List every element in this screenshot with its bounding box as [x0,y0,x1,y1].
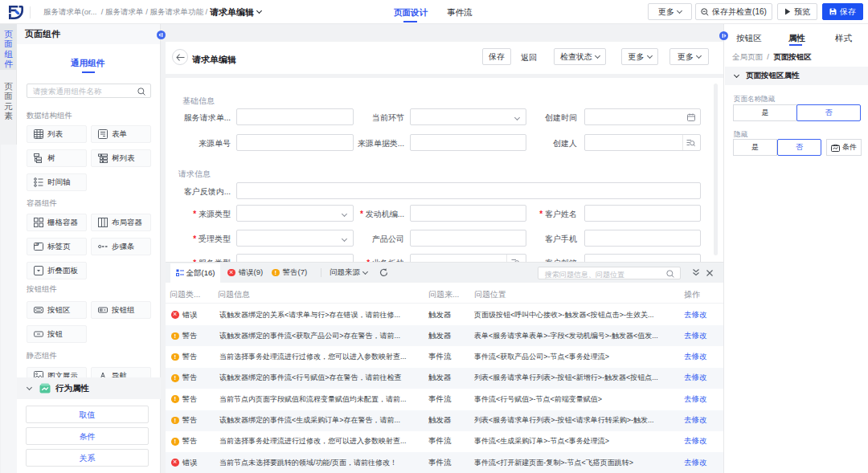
svg-text:TAB: TAB [35,243,39,246]
